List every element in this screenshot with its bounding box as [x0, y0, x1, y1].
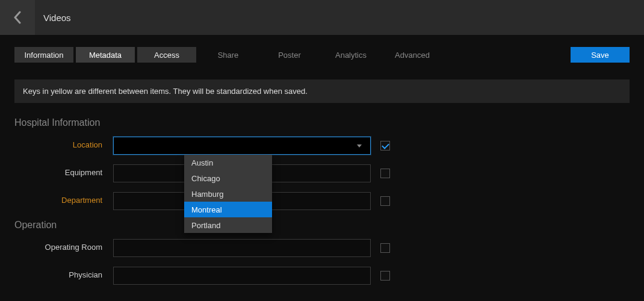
tab-share[interactable]: Share: [199, 47, 258, 63]
tab-analytics[interactable]: Analytics: [321, 47, 380, 63]
label-operating-room: Operating Room: [14, 239, 113, 252]
location-option[interactable]: Hamburg: [184, 186, 272, 202]
tab-metadata[interactable]: Metadata: [76, 47, 135, 63]
chevron-down-icon: [357, 144, 362, 147]
back-button[interactable]: [0, 0, 35, 35]
chevron-left-icon: [13, 11, 22, 24]
tab-bar: Information Metadata Access Share Poster…: [14, 47, 630, 63]
section-operation-title: Operation: [14, 220, 630, 231]
operating-room-input[interactable]: [113, 239, 371, 257]
location-option[interactable]: Portland: [184, 217, 272, 233]
label-location: Location: [14, 137, 113, 149]
section-hospital-title: Hospital Information: [14, 117, 630, 128]
location-checkbox[interactable]: [380, 141, 390, 150]
label-physician: Physician: [14, 267, 113, 279]
tab-advanced[interactable]: Advanced: [383, 47, 442, 63]
page-title: Videos: [43, 13, 71, 23]
tab-poster[interactable]: Poster: [260, 47, 319, 63]
tab-access[interactable]: Access: [137, 47, 196, 63]
location-option[interactable]: Chicago: [184, 170, 272, 186]
physician-input[interactable]: [113, 267, 371, 285]
tab-information[interactable]: Information: [14, 47, 73, 63]
save-button[interactable]: Save: [571, 47, 630, 63]
location-option[interactable]: Montreal: [184, 202, 272, 217]
location-select[interactable]: [113, 137, 371, 155]
label-equipment: Equipment: [14, 164, 113, 177]
operating-room-checkbox[interactable]: [380, 243, 390, 253]
equipment-checkbox[interactable]: [380, 169, 390, 178]
physician-checkbox[interactable]: [380, 271, 390, 281]
location-option[interactable]: Austin: [184, 155, 272, 170]
label-department: Department: [14, 192, 113, 205]
department-checkbox[interactable]: [380, 196, 390, 206]
notice-banner: Keys in yellow are different between ite…: [14, 79, 630, 103]
location-dropdown[interactable]: AustinChicagoHamburgMontrealPortland: [184, 155, 272, 233]
